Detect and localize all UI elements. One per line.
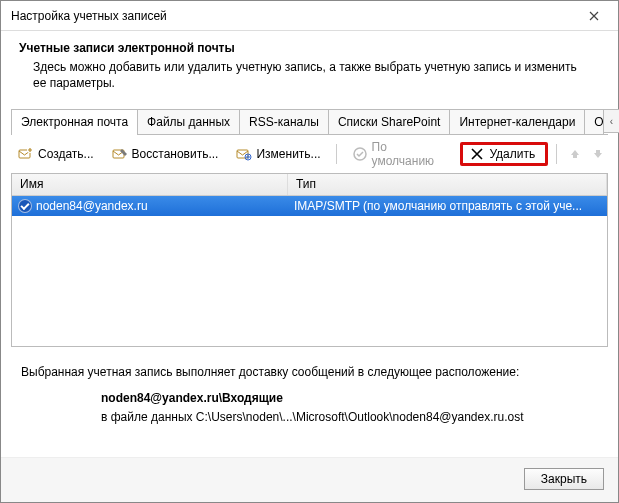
button-label: Восстановить...: [132, 147, 219, 161]
tab-label: Опубликованные календари: [594, 115, 604, 129]
button-label: По умолчанию: [372, 140, 450, 168]
header-title: Учетные записи электронной почты: [19, 41, 600, 55]
button-label: Изменить...: [256, 147, 320, 161]
tab-data-files[interactable]: Файлы данных: [137, 109, 240, 134]
delivery-intro: Выбранная учетная запись выполняет доста…: [21, 363, 598, 382]
table-header: Имя Тип: [12, 174, 607, 196]
tab-rss[interactable]: RSS-каналы: [239, 109, 329, 134]
tab-scroll-left[interactable]: ‹: [602, 109, 619, 133]
row-account-type: IMAP/SMTP (по умолчанию отправлять с это…: [288, 199, 607, 213]
mail-edit-icon: [236, 146, 252, 162]
mail-new-icon: [18, 146, 34, 162]
table-body: noden84@yandex.ru IMAP/SMTP (по умолчани…: [12, 196, 607, 346]
button-label: Закрыть: [541, 472, 587, 486]
restore-button[interactable]: Восстановить...: [105, 143, 226, 165]
tab-nav: ‹ ›: [603, 109, 619, 134]
table-row[interactable]: noden84@yandex.ru IMAP/SMTP (по умолчани…: [12, 196, 607, 216]
create-button[interactable]: Создать...: [11, 143, 101, 165]
tab-sharepoint[interactable]: Списки SharePoint: [328, 109, 451, 134]
close-dialog-button[interactable]: Закрыть: [524, 468, 604, 490]
arrow-down-icon: [592, 148, 604, 160]
chevron-left-icon: ‹: [610, 116, 613, 127]
tab-label: RSS-каналы: [249, 115, 319, 129]
col-name[interactable]: Имя: [12, 174, 288, 195]
row-account-name: noden84@yandex.ru: [36, 199, 148, 213]
check-circle-icon: [352, 146, 368, 162]
delete-button[interactable]: Удалить: [460, 142, 548, 166]
button-label: Удалить: [489, 147, 535, 161]
dialog-window: Настройка учетных записей Учетные записи…: [0, 0, 619, 503]
delivery-location: noden84@yandex.ru\Входящие: [21, 389, 598, 408]
tab-email[interactable]: Электронная почта: [11, 109, 138, 134]
tab-label: Списки SharePoint: [338, 115, 441, 129]
tab-published-calendars[interactable]: Опубликованные календари: [584, 109, 604, 134]
close-icon: [589, 11, 599, 21]
delete-x-icon: [469, 146, 485, 162]
footer: Закрыть: [1, 457, 618, 502]
set-default-button: По умолчанию: [345, 137, 457, 171]
button-label: Создать...: [38, 147, 94, 161]
edit-button[interactable]: Изменить...: [229, 143, 327, 165]
arrow-up-icon: [569, 148, 581, 160]
move-down-button: [589, 144, 608, 164]
delivery-path: в файле данных C:\Users\noden\...\Micros…: [21, 408, 598, 427]
separator: [336, 144, 337, 164]
toolbar: Создать... Восстановить... Изменить... П…: [11, 141, 608, 167]
tab-label: Файлы данных: [147, 115, 230, 129]
move-up-button: [565, 144, 584, 164]
tab-internet-calendars[interactable]: Интернет-календари: [449, 109, 585, 134]
titlebar: Настройка учетных записей: [1, 1, 618, 31]
delivery-info: Выбранная учетная запись выполняет доста…: [21, 363, 598, 427]
separator: [556, 144, 557, 164]
tabs: Электронная почта Файлы данных RSS-канал…: [11, 109, 608, 135]
close-button[interactable]: [574, 2, 614, 30]
col-type[interactable]: Тип: [288, 174, 607, 195]
header-description: Здесь можно добавить или удалить учетную…: [19, 59, 579, 91]
header: Учетные записи электронной почты Здесь м…: [1, 31, 618, 103]
tab-label: Интернет-календари: [459, 115, 575, 129]
mail-repair-icon: [112, 146, 128, 162]
window-title: Настройка учетных записей: [11, 9, 574, 23]
tab-label: Электронная почта: [21, 115, 128, 129]
default-check-icon: [18, 199, 32, 213]
accounts-table: Имя Тип noden84@yandex.ru IMAP/SMTP (по …: [11, 173, 608, 347]
